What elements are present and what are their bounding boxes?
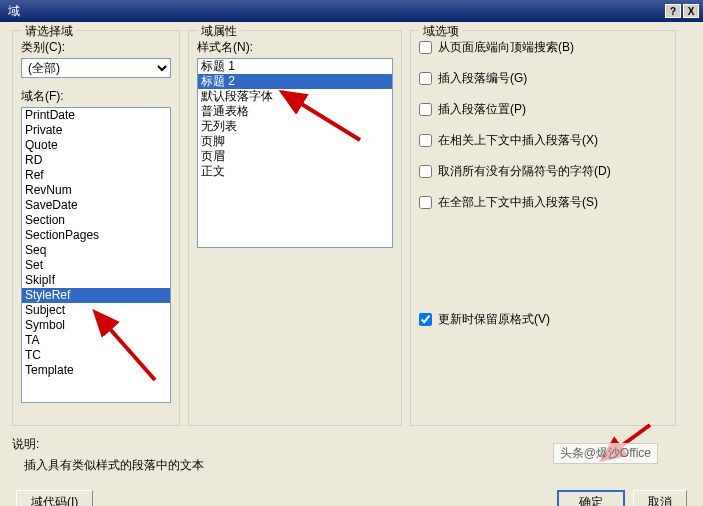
field-item[interactable]: SkipIf [22,273,170,288]
style-item[interactable]: 标题 2 [198,74,392,89]
group-title: 域属性 [197,23,241,40]
style-item[interactable]: 无列表 [198,119,392,134]
option-label: 在全部上下文中插入段落号(S) [438,194,598,211]
field-item[interactable]: PrintDate [22,108,170,123]
fieldname-label: 域名(F): [21,88,171,105]
field-item[interactable]: Symbol [22,318,170,333]
field-item[interactable]: SaveDate [22,198,170,213]
fieldname-listbox[interactable]: PrintDatePrivateQuoteRDRefRevNumSaveDate… [21,107,171,403]
field-item[interactable]: Section [22,213,170,228]
field-item[interactable]: Quote [22,138,170,153]
preserve-format-label: 更新时保留原格式(V) [438,311,550,328]
category-combo[interactable]: (全部) [21,58,171,78]
field-item[interactable]: Subject [22,303,170,318]
field-item[interactable]: RevNum [22,183,170,198]
option-label: 取消所有没有分隔符号的字符(D) [438,163,611,180]
field-item[interactable]: RD [22,153,170,168]
preserve-format-row: 更新时保留原格式(V) [419,311,667,328]
group-title: 域选项 [419,23,463,40]
titlebar-buttons: ? X [665,4,699,18]
style-item[interactable]: 正文 [198,164,392,179]
option-checkbox[interactable] [419,165,432,178]
option-checkbox[interactable] [419,72,432,85]
title-bar: 域 ? X [0,0,703,22]
option-row: 插入段落位置(P) [419,101,667,118]
dialog-content: 请选择域 类别(C): (全部) 域名(F): PrintDatePrivate… [0,22,703,506]
option-row: 从页面底端向顶端搜索(B) [419,39,667,56]
close-button[interactable]: X [683,4,699,18]
option-checkbox[interactable] [419,41,432,54]
stylename-label: 样式名(N): [197,39,393,56]
window-title: 域 [4,3,665,20]
field-item[interactable]: SectionPages [22,228,170,243]
group-title: 请选择域 [21,23,77,40]
option-row: 取消所有没有分隔符号的字符(D) [419,163,667,180]
option-label: 插入段落编号(G) [438,70,527,87]
field-item[interactable]: Template [22,363,170,378]
ok-button[interactable]: 确定 [557,490,625,506]
button-row: 域代码(I) 确定 取消 [12,490,691,506]
category-label: 类别(C): [21,39,171,56]
style-item[interactable]: 标题 1 [198,59,392,74]
style-item[interactable]: 普通表格 [198,104,392,119]
field-item[interactable]: Set [22,258,170,273]
style-item[interactable]: 默认段落字体 [198,89,392,104]
select-field-group: 请选择域 类别(C): (全部) 域名(F): PrintDatePrivate… [12,30,180,426]
cancel-button[interactable]: 取消 [633,490,687,506]
option-row: 在全部上下文中插入段落号(S) [419,194,667,211]
field-item[interactable]: Private [22,123,170,138]
help-button[interactable]: ? [665,4,681,18]
option-label: 在相关上下文中插入段落号(X) [438,132,598,149]
option-row: 插入段落编号(G) [419,70,667,87]
field-item[interactable]: Seq [22,243,170,258]
option-checkbox[interactable] [419,103,432,116]
option-checkbox[interactable] [419,196,432,209]
field-item[interactable]: Ref [22,168,170,183]
option-checkbox[interactable] [419,134,432,147]
option-label: 从页面底端向顶端搜索(B) [438,39,574,56]
option-row: 在相关上下文中插入段落号(X) [419,132,667,149]
field-item[interactable]: StyleRef [22,288,170,303]
option-label: 插入段落位置(P) [438,101,526,118]
watermark: 头条@爆沙Office [553,443,658,464]
preserve-format-checkbox[interactable] [419,313,432,326]
stylename-listbox[interactable]: 标题 1标题 2默认段落字体普通表格无列表页脚页眉正文 [197,58,393,248]
field-item[interactable]: TC [22,348,170,363]
fieldcodes-button[interactable]: 域代码(I) [16,490,93,506]
field-item[interactable]: TA [22,333,170,348]
style-item[interactable]: 页眉 [198,149,392,164]
style-item[interactable]: 页脚 [198,134,392,149]
field-options-group: 域选项 从页面底端向顶端搜索(B)插入段落编号(G)插入段落位置(P)在相关上下… [410,30,676,426]
field-properties-group: 域属性 样式名(N): 标题 1标题 2默认段落字体普通表格无列表页脚页眉正文 [188,30,402,426]
